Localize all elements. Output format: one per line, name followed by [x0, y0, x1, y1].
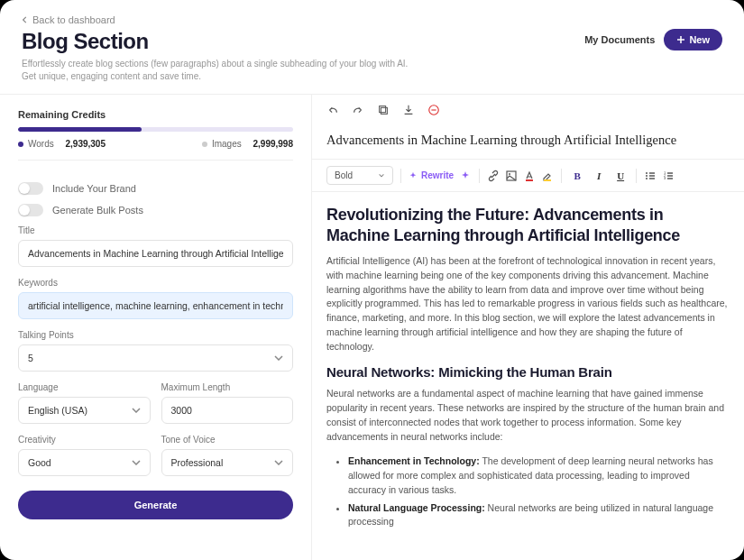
title-field-label: Title: [18, 225, 293, 235]
content-heading: Revolutionizing the Future: Advancements…: [326, 205, 730, 245]
new-button[interactable]: New: [664, 29, 722, 50]
credits-progress: [18, 127, 293, 132]
talking-points-label: Talking Points: [18, 330, 293, 340]
creativity-label: Creativity: [18, 435, 151, 445]
text-style-select[interactable]: Bold: [326, 166, 393, 185]
my-documents-link[interactable]: My Documents: [584, 34, 655, 45]
rewrite-button[interactable]: Rewrite: [409, 170, 454, 180]
new-button-label: New: [689, 34, 710, 45]
sparkle-icon: [409, 171, 418, 180]
credits-panel: Remaining Credits Words 2,939,305 Images…: [18, 109, 293, 182]
svg-rect-0: [380, 106, 386, 113]
bullet-list-icon[interactable]: [644, 170, 657, 182]
content-subheading: Neural Networks: Mimicking the Human Bra…: [326, 364, 730, 380]
keywords-field[interactable]: [18, 292, 293, 319]
sidebar: Remaining Credits Words 2,939,305 Images…: [0, 95, 312, 560]
list-item: Enhancement in Technology: The developme…: [348, 454, 730, 497]
content-paragraph: Neural networks are a fundamental aspect…: [326, 387, 730, 444]
redo-icon[interactable]: [352, 104, 364, 116]
link-icon[interactable]: [487, 170, 500, 182]
editor-body[interactable]: Revolutionizing the Future: Advancements…: [312, 192, 744, 560]
svg-text:3: 3: [664, 176, 666, 180]
editor-panel: Advancements in Machine Learning through…: [312, 95, 744, 560]
page-title: Blog Section: [22, 29, 409, 54]
svg-rect-6: [544, 179, 551, 181]
svg-rect-5: [526, 179, 533, 181]
include-brand-toggle[interactable]: [18, 182, 43, 195]
title-field[interactable]: [18, 240, 293, 267]
maxlen-field[interactable]: [161, 397, 294, 424]
tone-label: Tone of Voice: [161, 435, 294, 445]
include-brand-label: Include Your Brand: [52, 183, 136, 194]
creativity-select[interactable]: Good: [18, 449, 151, 476]
keywords-field-label: Keywords: [18, 278, 293, 288]
chevron-left-icon: [22, 16, 29, 23]
bulk-posts-label: Generate Bulk Posts: [52, 205, 143, 216]
svg-point-7: [646, 172, 648, 174]
list-item: Natural Language Processing: Neural netw…: [348, 501, 730, 530]
highlight-icon[interactable]: [541, 170, 554, 182]
tone-select[interactable]: Professional: [161, 449, 294, 476]
maxlen-label: Maximum Length: [161, 382, 294, 392]
svg-point-8: [646, 175, 648, 177]
language-select[interactable]: English (USA): [18, 397, 151, 424]
back-link-label: Back to dashboard: [32, 14, 115, 25]
copy-icon[interactable]: [377, 104, 390, 116]
underline-button[interactable]: U: [612, 169, 629, 183]
generate-button[interactable]: Generate: [18, 491, 293, 519]
image-icon[interactable]: [505, 170, 518, 182]
ai-sparkle-icon[interactable]: [459, 170, 472, 182]
svg-rect-1: [381, 107, 387, 114]
svg-point-9: [646, 178, 648, 179]
bulk-posts-toggle[interactable]: [18, 204, 43, 216]
images-credit: Images 2,999,998: [202, 139, 293, 149]
page-subtitle: Effortlessly create blog sections (few p…: [22, 58, 409, 83]
svg-point-4: [509, 173, 510, 175]
back-to-dashboard-link[interactable]: Back to dashboard: [22, 14, 722, 25]
chevron-down-icon: [378, 172, 385, 179]
undo-icon[interactable]: [326, 104, 339, 116]
talking-points-select[interactable]: 5: [18, 344, 293, 372]
content-paragraph: Artificial Intelligence (AI) has been at…: [326, 254, 730, 353]
download-icon[interactable]: [402, 104, 415, 116]
numbered-list-icon[interactable]: 123: [662, 170, 675, 182]
plus-icon: [676, 35, 685, 44]
credits-label: Remaining Credits: [18, 109, 293, 120]
bold-button[interactable]: B: [569, 169, 585, 183]
document-title[interactable]: Advancements in Machine Learning through…: [312, 125, 744, 160]
italic-button[interactable]: I: [591, 169, 607, 183]
text-color-icon[interactable]: [523, 170, 536, 182]
delete-icon[interactable]: [427, 104, 440, 116]
words-credit: Words 2,939,305: [18, 139, 106, 149]
language-label: Language: [18, 382, 151, 392]
